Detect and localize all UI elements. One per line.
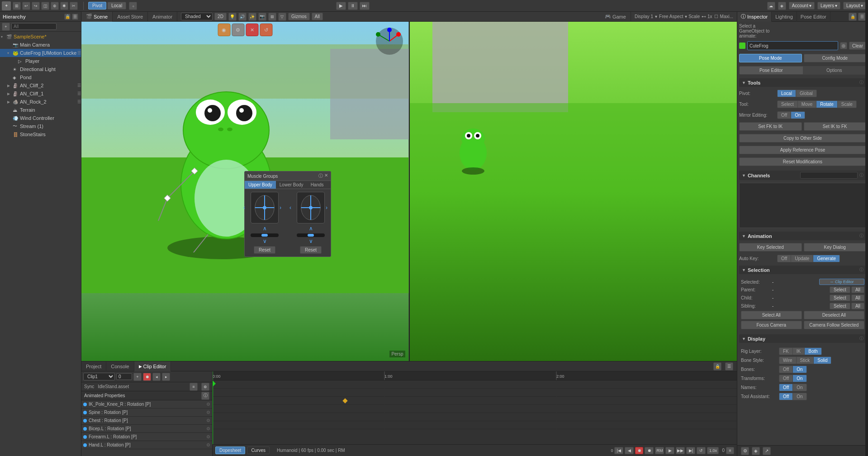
scene-icon-3[interactable]: ✕	[246, 24, 258, 36]
names-on[interactable]: On	[793, 384, 806, 391]
muscle-tab-upper[interactable]: Upper Body	[245, 181, 276, 189]
inspector-tab[interactable]: ⓘ Inspector	[737, 12, 772, 22]
prop-gear-2[interactable]: ⚙	[206, 410, 210, 415]
rotate-toggle[interactable]: Rotate	[816, 101, 837, 108]
hier-an-rock2[interactable]: ▶ 🪨 AN_Rock_2 ☰	[0, 98, 81, 106]
tools-section-header[interactable]: ▼ Tools ⓘ	[739, 78, 866, 87]
hier-player[interactable]: ▷ Player	[0, 57, 81, 65]
local-button[interactable]: Local	[107, 2, 126, 10]
scene-icon-1[interactable]: ◉	[218, 24, 230, 36]
scene-view[interactable]: Persp ◉ ⚙ ✕ ↺	[81, 22, 409, 361]
timeline-key-1[interactable]	[342, 398, 347, 403]
global-toggle[interactable]: Global	[796, 90, 816, 97]
anim-next-icon[interactable]: ▸	[162, 373, 170, 381]
bones-off[interactable]: Off	[779, 366, 793, 373]
parent-select-btn[interactable]: Select	[830, 286, 850, 293]
muscle-right-slider[interactable]	[297, 233, 325, 237]
scene-icon-2[interactable]: ⚙	[232, 24, 244, 36]
assistant-off[interactable]: Off	[779, 393, 793, 400]
muscle-right-arrow-l[interactable]: ‹	[289, 204, 296, 211]
cloud-icon[interactable]: ◈	[778, 2, 786, 10]
mirror-on[interactable]: On	[791, 112, 804, 119]
muscle-left-arrow-u[interactable]: ∧	[263, 225, 266, 232]
hier-terrain[interactable]: ⛰ Terrain	[0, 106, 81, 114]
cliff2-menu[interactable]: ☰	[77, 83, 81, 88]
curves-btn[interactable]: Curves	[247, 446, 270, 454]
anim-add-icon[interactable]: +	[133, 373, 142, 381]
asset-store-tab[interactable]: Asset Store	[113, 12, 148, 22]
select-toggle[interactable]: Select	[778, 101, 798, 108]
muscle-right-arrow-d[interactable]: ∨	[309, 238, 313, 244]
toolbar-icon-4[interactable]: ◫	[41, 2, 49, 10]
collab-icon[interactable]: ☁	[767, 2, 775, 10]
camera-follow-btn[interactable]: Camera Follow Selected	[804, 321, 865, 329]
parent-all-btn[interactable]: All	[851, 286, 864, 293]
wire-toggle[interactable]: Wire	[779, 357, 797, 364]
transforms-off[interactable]: Off	[779, 375, 793, 382]
prop-gear-3[interactable]: ⚙	[206, 418, 210, 423]
child-select-btn[interactable]: Select	[830, 294, 850, 301]
clip-select[interactable]: Clip1	[83, 373, 115, 380]
set-ik-fk-btn[interactable]: Set IK to FK	[804, 122, 867, 131]
fk-toggle[interactable]: FK	[779, 348, 793, 355]
animation-section-header[interactable]: ▼ Animation ⓘ	[739, 232, 866, 240]
prop-gear-4[interactable]: ⚙	[206, 426, 210, 431]
pose-mode-btn[interactable]: Pose Mode	[739, 54, 802, 62]
apply-ref-btn[interactable]: Apply Reference Pose	[739, 146, 866, 154]
tl-btn-4[interactable]: ▶	[665, 447, 674, 454]
bottom-lock-icon[interactable]: 🔒	[713, 362, 721, 370]
2d-toggle[interactable]: 2D	[214, 13, 227, 20]
focus-camera-btn[interactable]: Focus Camera	[741, 321, 802, 329]
muscle-info-icon[interactable]: ⓘ	[318, 173, 323, 179]
move-toggle[interactable]: Move	[798, 101, 816, 108]
hierarchy-lock-icon[interactable]: 🔒	[64, 14, 71, 20]
muscle-close-icon[interactable]: ✕	[324, 173, 328, 179]
play-button[interactable]: ▶	[336, 2, 346, 10]
stick-toggle[interactable]: Stick	[797, 357, 814, 364]
maximize-icon[interactable]: ☐	[714, 14, 718, 19]
nav-gizmo[interactable]	[374, 25, 405, 57]
toolbar-icon-2[interactable]: ↩	[22, 2, 30, 10]
prop-bicep[interactable]: Bicep.L : Rotation [P] ⚙	[81, 425, 212, 433]
key-dialog-btn[interactable]: Key Dialog	[804, 243, 867, 252]
hierarchy-search-input[interactable]	[11, 23, 57, 30]
sibling-select-btn[interactable]: Select	[830, 303, 850, 309]
muscle-right-arrow-u[interactable]: ∧	[309, 225, 313, 232]
muscle-tab-lower[interactable]: Lower Body	[276, 181, 307, 189]
hier-stream[interactable]: 〜 Stream (1)	[0, 122, 81, 130]
clip-editor-tab[interactable]: ▶ Clip Editor	[134, 361, 171, 371]
gizmos-btn[interactable]: Gizmos	[288, 13, 310, 20]
tl-extra-icon[interactable]: ≡	[726, 447, 734, 454]
prop-chest[interactable]: Chest : Rotation [P] ⚙	[81, 417, 212, 425]
tl-btn-7[interactable]: ↺	[697, 447, 706, 454]
pose-editor-header-tab[interactable]: Pose Editor	[797, 12, 830, 22]
config-mode-btn[interactable]: Config Mode	[804, 54, 867, 62]
layout-dropdown[interactable]: Layout ▾	[843, 2, 866, 10]
muscle-tab-hands[interactable]: Hands	[307, 181, 327, 189]
transforms-on[interactable]: On	[793, 375, 806, 382]
project-tab[interactable]: Project	[81, 361, 106, 371]
prop-gear-6[interactable]: ⚙	[206, 442, 210, 447]
gameobj-select-icon[interactable]: ◎	[840, 42, 847, 49]
sync-icon[interactable]: ≡	[190, 383, 198, 391]
tools-info[interactable]: ⓘ	[859, 80, 863, 86]
toolbar-icon-5[interactable]: ⊕	[51, 2, 59, 10]
dopesheet-btn[interactable]: Dopesheet	[215, 446, 245, 454]
pose-editor-subtab[interactable]: Pose Editor	[740, 66, 803, 74]
hier-dir-light[interactable]: ☀ Directional Light	[0, 65, 81, 73]
rock2-menu[interactable]: ☰	[77, 100, 81, 104]
selection-section-header[interactable]: ▼ Selection ⓘ	[739, 266, 866, 274]
prop-spine[interactable]: Spine : Rotation [P] ⚙	[81, 408, 212, 417]
assistant-on[interactable]: On	[793, 393, 806, 400]
hier-an-cliff1[interactable]: ▶ 🗿 AN_Cliff_1 ☰	[0, 90, 81, 98]
hier-pond[interactable]: ◈ Pond	[0, 73, 81, 81]
prop-ik-pole-knee[interactable]: IK_Pole_Knee_R : Rotation [P] ⚙	[81, 400, 212, 408]
copy-other-side-btn[interactable]: Copy to Other Side	[739, 134, 866, 142]
animator-tab[interactable]: Animator	[148, 12, 177, 22]
scene-grid-icon[interactable]: ⊞	[268, 13, 276, 21]
channels-info[interactable]: ⓘ	[859, 172, 863, 178]
all-btn[interactable]: All	[312, 13, 323, 20]
hierarchy-menu-icon[interactable]: ☰	[72, 14, 78, 20]
tl-btn-1[interactable]: |◀	[614, 447, 623, 454]
muscle-left-arrow-r[interactable]: ›	[280, 204, 286, 211]
